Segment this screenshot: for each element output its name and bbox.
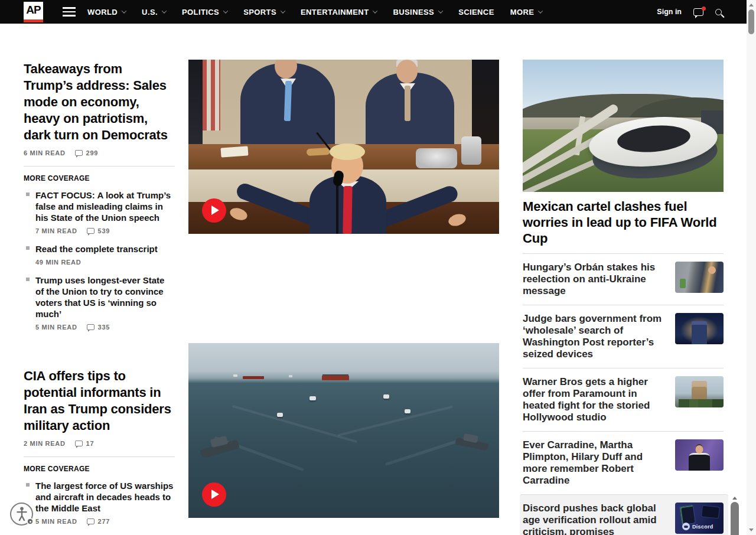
scrollbar-thumb[interactable] [748,9,754,34]
scroll-up-arrow-icon[interactable] [732,497,737,500]
nav-item-science[interactable]: SCIENCE [458,8,494,17]
comments-icon [87,518,94,524]
chevron-down-icon [122,8,126,13]
header-actions: Sign in [657,0,722,24]
highlighted-scroll-region: Discord pushes back global age verificat… [520,494,728,535]
search-icon[interactable] [715,9,722,15]
scroll-up-arrow-icon[interactable] [749,4,754,6]
list-item: The largest force of US warships and air… [24,480,175,525]
accessibility-widget-button[interactable] [10,503,33,526]
list-item-headline[interactable]: The largest force of US warships and air… [35,480,175,514]
read-time: 5 MIN READ [35,324,77,331]
discord-logo-icon [682,523,690,530]
nav-item-sports[interactable]: SPORTS [243,8,285,17]
play-icon[interactable] [202,198,226,223]
scroll-down-arrow-icon[interactable] [749,529,754,531]
scrollbar-thumb[interactable] [731,502,739,535]
center-column [188,60,499,518]
ap-logo[interactable]: AP [24,2,43,22]
chevron-down-icon [223,8,228,13]
comments-count[interactable]: 539 [87,227,110,234]
video-thumbnail-state-of-the-union[interactable] [188,60,499,234]
list-item-hungary[interactable]: Hungary’s Orbán stakes his reelection on… [523,253,724,305]
top-navigation-bar: AP WORLD U.S. POLITICS SPORTS ENTERTAINM… [0,0,747,24]
notification-dot [702,6,706,11]
bullet-icon [26,193,30,196]
distant-ship-shape [322,376,349,380]
lead-image-stadium[interactable] [523,60,724,192]
chevron-down-icon [373,8,377,13]
thumbnail-image: Discord [675,503,724,534]
more-coverage-label: MORE COVERAGE [24,174,175,182]
headline-list: Hungary’s Orbán stakes his reelection on… [523,253,724,535]
bullet-icon [26,246,30,250]
list-item-headline[interactable]: Read the complete transcript [35,243,175,255]
comments-icon [87,324,94,330]
small-boat-shape [383,394,389,399]
small-boat-shape [277,413,283,417]
us-flag-shape [203,60,220,131]
ap-logo-text: AP [26,2,40,18]
list-item: Trump uses longest-ever State of the Uni… [24,275,175,331]
nav-item-us[interactable]: U.S. [142,8,166,17]
thumbnail-image [675,313,724,344]
chevron-down-icon [281,8,285,13]
list-item: Read the complete transcript 49 MIN READ [24,243,175,266]
nav-item-world[interactable]: WORLD [87,8,126,17]
nav-item-more[interactable]: MORE [510,8,543,17]
comments-count[interactable]: 277 [87,518,110,525]
play-icon[interactable] [202,482,226,507]
list-item-warner-bros[interactable]: Warner Bros gets a higher offer from Par… [523,368,724,431]
discord-wordmark: Discord [692,524,713,530]
right-column: Mexican cartel clashes fuel worries in l… [523,60,724,535]
comments-icon [75,441,83,446]
story-headline[interactable]: CIA offers tips to potential informants … [24,368,175,434]
more-coverage-label: MORE COVERAGE [24,465,175,473]
list-item-headline[interactable]: Trump uses longest-ever State of the Uni… [35,275,175,319]
comments-count[interactable]: 335 [87,324,110,331]
thumbnail-image [675,439,724,471]
widget-badge [27,518,34,525]
thumbnail-image [675,262,724,293]
chevron-down-icon [162,8,167,13]
story-meta: 2 MIN READ 17 [24,440,175,447]
read-time: 7 MIN READ [35,227,77,234]
comments-count[interactable]: 299 [75,149,98,156]
more-coverage-list: FACT FOCUS: A look at Trump’s false and … [24,190,175,331]
story-meta: 6 MIN READ 299 [24,149,175,156]
list-item-carradine[interactable]: Ever Carradine, Martha Plimpton, Hilary … [523,431,724,494]
read-time: 6 MIN READ [24,149,66,156]
more-coverage-list: The largest force of US warships and air… [24,480,175,535]
list-item: FACT FOCUS: A look at Trump’s false and … [24,190,175,234]
chevron-down-icon [538,8,543,13]
sign-in-button[interactable]: Sign in [657,8,682,16]
comments-notification-icon[interactable] [693,8,703,16]
story-cia-iran: CIA offers tips to potential informants … [24,368,175,535]
small-boat-shape [405,409,410,413]
lead-headline[interactable]: Mexican cartel clashes fuel worries in l… [523,198,724,246]
hamburger-menu-icon[interactable] [63,7,76,17]
divider [24,166,175,167]
comments-icon [75,150,83,156]
ap-news-homepage: AP WORLD U.S. POLITICS SPORTS ENTERTAINM… [0,0,756,535]
chevron-down-icon [438,8,443,13]
story-headline[interactable]: Takeaways from Trump’s address: Sales mo… [24,61,175,143]
list-item-headline[interactable]: FACT FOCUS: A look at Trump’s false and … [35,190,175,223]
small-boat-shape [309,396,316,400]
nav-item-politics[interactable]: POLITICS [182,8,227,17]
divider [24,456,175,457]
region-scrollbar[interactable] [731,497,739,535]
main-nav: WORLD U.S. POLITICS SPORTS ENTERTAINMENT… [87,0,542,24]
video-thumbnail-warships[interactable] [188,343,499,518]
page-scrollbar[interactable] [747,0,756,535]
list-item-discord[interactable]: Discord pushes back global age verificat… [523,495,724,535]
story-takeaways: Takeaways from Trump’s address: Sales mo… [24,61,175,331]
nav-item-entertainment[interactable]: ENTERTAINMENT [301,8,377,17]
comments-count[interactable]: 17 [75,440,94,447]
nav-item-business[interactable]: BUSINESS [393,8,442,17]
distant-ship-shape [243,376,264,379]
read-time: 2 MIN READ [24,440,66,447]
comments-icon [87,228,94,234]
list-item-wapo[interactable]: Judge bars government from ‘wholesale’ s… [523,305,724,368]
read-time: 49 MIN READ [35,259,81,266]
